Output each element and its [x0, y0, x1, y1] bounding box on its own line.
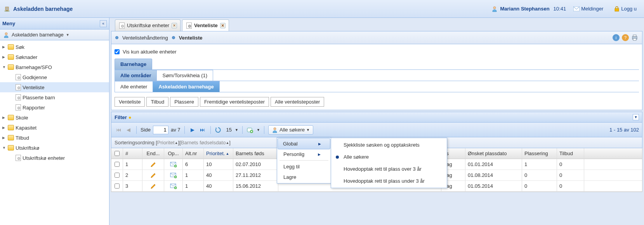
row-checkbox[interactable] — [115, 173, 120, 178]
expand-button[interactable]: ▼ — [633, 114, 639, 120]
mail-button[interactable] — [164, 170, 183, 180]
last-page-button[interactable]: ⏭ — [199, 126, 207, 134]
page-input[interactable] — [153, 126, 168, 134]
chevron-right-icon: ▶ — [318, 152, 321, 156]
clock-time: 10:41 — [554, 6, 566, 12]
cell-plassering: 0 — [522, 170, 557, 180]
user-info[interactable]: Mariann Stephansen 10:41 — [491, 6, 566, 12]
sub-item-alle-sokere[interactable]: Alle søkere — [332, 151, 446, 163]
show-current-units-label: Vis kun aktuelle enheter — [123, 49, 177, 55]
col-plassering[interactable]: Plassering — [522, 148, 557, 159]
pill-alle-enheter[interactable]: Alle enheter — [115, 81, 153, 92]
tree-node-barnehage[interactable]: Barnehage/SFO — [0, 62, 109, 72]
collapse-button[interactable]: « — [100, 20, 107, 27]
edit-button[interactable] — [142, 170, 164, 180]
sidebar: Meny « Askeladden barnehage ▼ Søk Søknad… — [0, 18, 109, 225]
tree-node-sok[interactable]: Søk — [0, 42, 109, 52]
subtab-tilbud[interactable]: Tilbud — [146, 97, 168, 107]
tree-node-soknader[interactable]: Søknader — [0, 52, 109, 62]
close-icon[interactable]: × — [220, 23, 226, 28]
col-fodselsdato[interactable]: Barnets føds — [233, 148, 278, 159]
cell-plassering: 1 — [522, 159, 557, 170]
subtab-fremtidige[interactable]: Fremtidige ventelisteposter — [200, 97, 269, 107]
org-selector[interactable]: Askeladden barnehage ▼ — [0, 29, 109, 40]
col-plassdato[interactable]: Ønsket plassdato — [465, 148, 522, 159]
edit-button[interactable] — [142, 181, 164, 191]
mail-button[interactable] — [164, 181, 183, 191]
cell-number: 1 — [123, 159, 142, 170]
document-gear-icon — [186, 22, 192, 29]
cell-prioritet: 40 — [204, 170, 233, 180]
pill-askeladden[interactable]: Askeladden barnehage — [153, 81, 219, 92]
pill-som[interactable]: Søm/Torsvikheia (1) — [156, 70, 213, 81]
help-icon[interactable]: ? — [622, 34, 629, 41]
nav-tree: Søk Søknader Barnehage/SFO Godkjenne Ven… — [0, 40, 109, 225]
filter-bar[interactable]: Filter ● ▼ — [111, 112, 642, 123]
tree-node-rapporter[interactable]: Rapporter — [0, 102, 109, 112]
menu-item-global[interactable]: Global▶ — [278, 138, 330, 149]
first-page-button[interactable]: ⏮ — [115, 126, 122, 134]
page-size[interactable]: 15 — [226, 127, 232, 133]
paging-toolbar: ⏮ ◀ Side av 7 ▶ ⏭ 15▼ ▼ Alle søkere ▼ 1 … — [111, 123, 642, 137]
tree-node-godkjenne[interactable]: Godkjenne — [0, 72, 109, 82]
col-tilbud[interactable]: Tilbud — [557, 148, 584, 159]
col-altnr[interactable]: Alt.nr — [183, 148, 204, 159]
breadcrumb-dot-icon — [115, 36, 118, 39]
refresh-icon[interactable] — [215, 126, 222, 133]
topbar: Askeladden barnehage Mariann Stephansen … — [0, 0, 644, 18]
tree-node-skole[interactable]: Skole — [0, 112, 109, 123]
content: Utskriftskø enheter × Venteliste × Vente… — [109, 18, 644, 225]
col-op[interactable]: Op... — [164, 148, 183, 159]
next-page-button[interactable]: ▶ — [189, 126, 196, 134]
cell-tilbud: 0 — [557, 181, 584, 191]
tab-utskriftsko[interactable]: Utskriftskø enheter × — [115, 19, 181, 31]
row-checkbox[interactable] — [115, 162, 120, 167]
print-icon[interactable] — [631, 34, 638, 41]
tree-node-tilbud[interactable]: Tilbud — [0, 133, 109, 143]
subtab-plassere[interactable]: Plassere — [170, 97, 198, 107]
folder-icon — [8, 115, 14, 120]
applicants-filter-dropdown[interactable]: Alle søkere ▼ — [268, 125, 313, 135]
tree-node-utskriftsko-enheter[interactable]: Utskriftskø enheter — [0, 153, 109, 163]
cell-fodselsdato: 27.11.2012 — [233, 170, 278, 180]
tree-node-venteliste[interactable]: Venteliste — [0, 82, 109, 92]
show-current-units-checkbox[interactable] — [115, 49, 120, 54]
col-endre[interactable]: End... — [142, 148, 164, 159]
sub-item-under3[interactable]: Hovedopptak rett til plass under 3 år — [332, 175, 446, 187]
folder-icon — [8, 64, 14, 70]
breadcrumb-item[interactable]: Ventelistehåndtering — [122, 35, 168, 41]
mail-button[interactable] — [164, 159, 183, 170]
tree-node-kapasitet[interactable]: Kapasitet — [0, 123, 109, 133]
cell-tilbud: 0 — [557, 170, 584, 180]
prev-page-button[interactable]: ◀ — [125, 126, 132, 134]
subtab-venteliste[interactable]: Venteliste — [115, 97, 145, 107]
page-size-dropdown[interactable]: ▼ — [235, 128, 238, 132]
subtab-alle[interactable]: Alle ventelisteposter — [271, 97, 324, 107]
tab-venteliste[interactable]: Venteliste × — [182, 19, 229, 31]
info-icon[interactable]: i — [613, 34, 620, 41]
close-icon[interactable]: × — [172, 23, 177, 28]
tree-node-plasserte[interactable]: Plasserte barn — [0, 92, 109, 102]
edit-button[interactable] — [142, 159, 164, 170]
svg-point-16 — [274, 128, 276, 130]
col-number[interactable]: # — [123, 148, 142, 159]
pill-alle-omrader[interactable]: Alle områder — [115, 70, 157, 81]
cell-number: 2 — [123, 170, 142, 180]
tree-node-utskriftsko[interactable]: Utskriftskø — [0, 143, 109, 153]
row-checkbox[interactable] — [115, 183, 120, 189]
user-name: Mariann Stephansen — [500, 6, 549, 12]
sub-item-sjekkliste[interactable]: Sjekkliste søsken og opptakskrets — [332, 139, 446, 151]
menu-item-legg-til[interactable]: Legg til — [278, 161, 330, 172]
menu-item-personlig[interactable]: Personlig▶ — [278, 149, 330, 159]
svg-rect-1 — [6, 8, 7, 9]
col-prioritet[interactable]: Prioritet.▲ — [204, 148, 233, 159]
logout-link[interactable]: Logg u — [611, 4, 640, 14]
sidebar-header: Meny « — [0, 18, 109, 29]
messages-link[interactable]: Meldinger — [570, 4, 607, 14]
building-icon — [4, 6, 10, 12]
sub-item-over3[interactable]: Hovedopptak rett til plass over 3 år — [332, 163, 446, 175]
menu-item-lagre[interactable]: Lagre — [278, 172, 330, 182]
select-all-checkbox[interactable] — [115, 151, 120, 156]
add-icon[interactable] — [246, 126, 253, 133]
pill-barnehage[interactable]: Barnehage — [115, 59, 152, 69]
